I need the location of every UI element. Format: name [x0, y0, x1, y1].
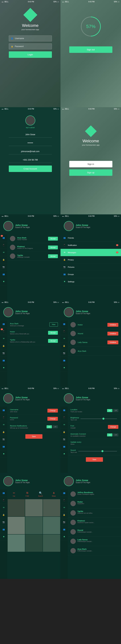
photo-thumb[interactable] [25, 517, 42, 534]
create-account-button[interactable]: Creat Account [9, 166, 52, 172]
request-row[interactable]: YgritteWildlings ComaderAccept [7, 252, 60, 260]
phone-input[interactable] [9, 157, 52, 163]
menu-item-notification[interactable]: 📱Notification1 [60, 242, 121, 249]
avatar-upload[interactable] [25, 116, 35, 126]
mail-icon[interactable]: ✉ [60, 335, 68, 342]
avatar [70, 510, 76, 516]
save-button[interactable]: Save [86, 457, 103, 462]
pass-input[interactable] [9, 140, 52, 146]
avatar[interactable] [64, 476, 74, 486]
photo-thumb[interactable] [25, 499, 42, 516]
request-row[interactable]: Arya StarkHorse TravelerAccept [7, 234, 60, 243]
save-button[interactable]: Save [25, 434, 42, 439]
login-button[interactable]: Login [9, 51, 52, 58]
battery-icon: ▭ [57, 1, 59, 3]
settings-icon[interactable]: ✖ [0, 278, 7, 285]
settings-icon[interactable]: ✖ [60, 364, 68, 372]
change-button[interactable]: Change [108, 425, 118, 429]
slider[interactable] [78, 451, 117, 452]
change-button[interactable]: Change [48, 417, 58, 421]
accept-button[interactable]: Accept [48, 246, 58, 249]
signup-button[interactable]: Sign up [69, 169, 112, 176]
toggle[interactable]: OnOff [107, 409, 118, 412]
view-button[interactable]: View [50, 322, 58, 326]
chat-row[interactable]: Joffrey BaratheonDonec consequet sagitti… [68, 490, 121, 499]
chat-row[interactable]: YgritteVivamus non est tellus. [68, 508, 121, 518]
lock-icon[interactable]: 🔒 [0, 256, 7, 264]
password-field[interactable]: 🔒 [9, 44, 52, 49]
accept-button[interactable]: Accept [48, 339, 58, 343]
lock-icon[interactable]: 🔒 [0, 342, 7, 350]
unfollow-button[interactable]: Unfallow [108, 340, 118, 344]
group-icon[interactable]: 👥 [0, 357, 7, 364]
photo-thumb[interactable] [25, 534, 42, 552]
lock-icon[interactable]: 🔒 [60, 342, 68, 350]
menu-item-friends[interactable]: 👥Friends [60, 234, 121, 242]
friend-row[interactable]: HoundUnfallow [68, 329, 121, 338]
chat-row[interactable]: HodorHODOR!!! [68, 499, 121, 508]
group-icon[interactable]: 👥 [60, 357, 68, 364]
menu-item-settings[interactable]: ✖Settings [60, 278, 121, 285]
mail-icon[interactable]: ✉ [0, 249, 7, 256]
toggle[interactable]: OnOff [46, 425, 58, 428]
name-input[interactable] [9, 132, 52, 138]
mail-icon[interactable]: ✉ [0, 335, 7, 342]
accept-button[interactable]: Accept [48, 237, 58, 240]
chat-row[interactable]: KhaleesiVivamus in quam auctor... [68, 518, 121, 527]
camera-icon[interactable]: 📷 [0, 350, 7, 357]
chat-row[interactable]: Lady SansaPellentesque suscipit... [68, 537, 121, 546]
camera-icon[interactable]: 📷 [0, 264, 7, 271]
share-action[interactable]: ⋔Share [47, 492, 60, 497]
photo-thumb[interactable] [43, 534, 60, 552]
mobile-icon[interactable]: 📱 [60, 328, 68, 335]
notif-row[interactable]: YgritteWants to be in a Relationship wit… [7, 337, 60, 345]
avatar[interactable] [64, 221, 74, 231]
friends-icon[interactable]: 👥 [60, 320, 68, 328]
cut-action[interactable]: ✂Cut [7, 492, 20, 497]
change-button[interactable]: Change [48, 409, 58, 412]
accept-button[interactable]: Accept [48, 254, 58, 258]
menu-item-pictures[interactable]: 📷Pictures [60, 264, 121, 271]
menu-item-messages[interactable]: ✉Messages1 [60, 249, 121, 256]
notif-row[interactable]: HodorWants to be a friend with youAccept [7, 329, 60, 337]
friends-icon[interactable]: 👥3 [0, 234, 7, 242]
notif-row[interactable]: Arya StarkSend you a messageView [7, 320, 60, 329]
slider[interactable] [80, 418, 117, 419]
menu-item-privacy[interactable]: 🔒Privacy [60, 256, 121, 264]
username-field[interactable]: 👤 [9, 36, 52, 42]
mobile-icon[interactable]: 📱 [0, 242, 7, 249]
unfollow-button[interactable]: Unfallow [108, 323, 118, 327]
email-input[interactable] [9, 148, 52, 154]
progress-ring: 57% [77, 12, 105, 40]
photo-thumb[interactable] [43, 517, 60, 534]
photo-thumb[interactable] [8, 517, 25, 534]
friend-row[interactable]: Lady SansaUnfallow [68, 338, 121, 347]
chat-row[interactable]: Arya StarkPellentesque suscipit... [68, 546, 121, 556]
friends-icon[interactable]: 👥 [0, 320, 7, 328]
request-row[interactable]: KhaleesiMother Of The DragonsAccept [7, 243, 60, 252]
search-action[interactable]: 🔍Search [34, 492, 47, 497]
photo-thumb[interactable] [8, 534, 25, 552]
avatar[interactable] [3, 393, 13, 403]
avatar[interactable] [3, 221, 13, 231]
photo-thumb[interactable] [8, 499, 25, 516]
settings-icon[interactable]: ✖ [0, 364, 7, 372]
avatar[interactable] [3, 476, 13, 486]
camera-icon[interactable]: 📷 [60, 350, 68, 357]
friend-row[interactable]: HodorUnfallow [68, 320, 121, 329]
avatar[interactable] [64, 393, 74, 403]
mobile-icon[interactable]: 📱3 [0, 328, 7, 335]
avatar[interactable] [64, 307, 74, 317]
unfollow-button[interactable]: Unfallow [108, 332, 118, 336]
signout-button[interactable]: Sign out [69, 46, 112, 53]
toggle[interactable]: OnOff [107, 434, 118, 436]
menu-item-groups[interactable]: 👥Groups [60, 271, 121, 278]
photo-thumb[interactable] [43, 499, 60, 516]
group-icon[interactable]: 👥 [0, 271, 7, 278]
friend-row[interactable]: Arya Stark [68, 347, 121, 356]
copy-action[interactable]: ⧉Copy [20, 492, 34, 497]
accept-button[interactable]: Accept [48, 331, 58, 335]
signin-button[interactable]: Sign in [69, 161, 112, 167]
chat-row[interactable]: HoundPellentesque suscipit... [68, 527, 121, 537]
avatar[interactable] [3, 307, 13, 317]
